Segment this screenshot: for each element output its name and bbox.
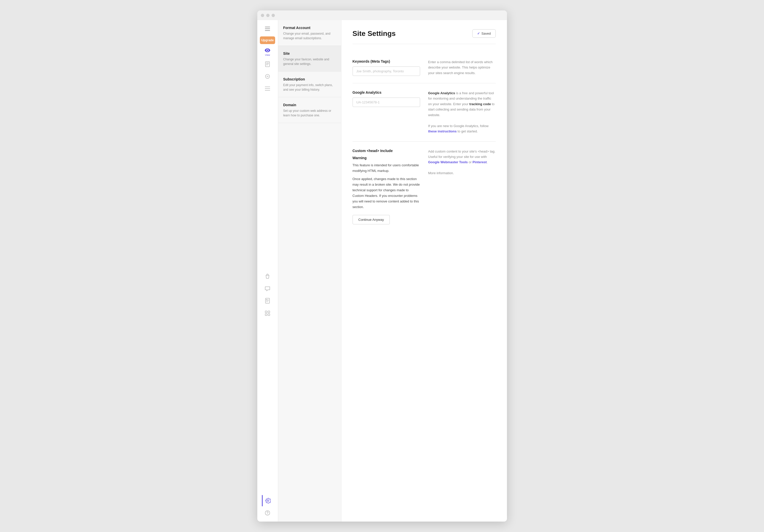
titlebar (257, 10, 507, 20)
sidebar-item-settings[interactable] (262, 495, 273, 506)
sidebar-item-store[interactable] (261, 71, 274, 82)
svg-point-21 (267, 514, 268, 515)
hamburger-icon[interactable] (262, 23, 273, 34)
keywords-help: Enter a comma delimited list of words wh… (428, 59, 496, 76)
keywords-section: Keywords (Meta Tags) Enter a comma delim… (353, 52, 496, 83)
pinterest-link[interactable]: Pinterest (473, 160, 487, 164)
sidebar-item-view[interactable]: View (261, 46, 274, 57)
sidebar-section-format-account-title: Format Account (283, 26, 336, 30)
saved-button[interactable]: ✓ Saved (472, 29, 496, 38)
sidebar-section-domain-desc: Set up your custom web address or learn … (283, 108, 336, 118)
sidebar-section-site-desc: Change your favicon, website and general… (283, 57, 336, 66)
sidebar-section-subscription-title: Subscription (283, 77, 336, 81)
pages-icon (265, 61, 270, 67)
svg-rect-17 (268, 311, 270, 313)
keywords-input[interactable] (353, 67, 420, 76)
sidebar-narrow: Upgrade View (257, 20, 278, 522)
google-webmaster-tools-link[interactable]: Google Webmaster Tools (428, 160, 468, 164)
google-analytics-input[interactable] (353, 97, 420, 107)
sidebar-item-chat[interactable] (261, 283, 274, 294)
main-content: Site Settings ✓ Saved Keywords (Meta Tag… (341, 20, 507, 522)
forms-icon (265, 298, 270, 304)
svg-rect-18 (265, 314, 267, 315)
sidebar-item-shop[interactable] (261, 271, 274, 282)
svg-rect-2 (265, 30, 270, 31)
sidebar-section-subscription-desc: Edit your payment info, switch plans, an… (283, 83, 336, 92)
svg-rect-1 (265, 29, 270, 29)
warning-title: Warning (353, 156, 420, 160)
app-body: Upgrade View (257, 20, 507, 522)
sidebar-item-pages[interactable] (261, 58, 274, 70)
svg-rect-16 (265, 311, 267, 313)
traffic-light-close[interactable] (261, 14, 264, 17)
sidebar-item-view-label: View (265, 54, 270, 56)
warning-body2: Once applied, changes made to this secti… (353, 176, 420, 210)
google-analytics-section: Google Analytics Google Analytics is a f… (353, 83, 496, 142)
sidebar-section-site-title: Site (283, 52, 336, 56)
svg-rect-3 (266, 62, 270, 67)
google-analytics-bold: Google Analytics (428, 91, 455, 95)
custom-head-help: Add custom content to your site's <head>… (428, 149, 496, 225)
google-analytics-label: Google Analytics (353, 90, 420, 94)
traffic-light-minimize[interactable] (266, 14, 270, 17)
google-analytics-help: Google Analytics is a free and powerful … (428, 90, 496, 134)
sidebar-item-grid[interactable] (261, 307, 274, 319)
sidebar-section-domain-title: Domain (283, 103, 336, 107)
sidebar-section-domain[interactable]: Domain Set up your custom web address or… (278, 97, 341, 123)
sidebar-section-subscription[interactable]: Subscription Edit your payment info, swi… (278, 72, 341, 97)
more-information-link[interactable]: More information. (428, 171, 454, 175)
lists-icon (265, 86, 270, 91)
sidebar-item-help[interactable] (262, 507, 273, 518)
page-title: Site Settings (353, 30, 396, 38)
keywords-label: Keywords (Meta Tags) (353, 59, 420, 64)
upgrade-button[interactable]: Upgrade (260, 36, 275, 44)
chat-icon (265, 285, 270, 291)
main-header: Site Settings ✓ Saved (353, 29, 496, 44)
app-window: Upgrade View (257, 10, 507, 522)
svg-rect-0 (265, 27, 270, 27)
sidebar-section-format-account-desc: Change your email, password, and manage … (283, 31, 336, 41)
bag-icon (265, 273, 270, 279)
store-icon (265, 73, 270, 79)
grid-icon (265, 310, 270, 316)
custom-head-section: Custom <head> Include Warning This featu… (353, 142, 496, 225)
tracking-code-bold: tracking code (469, 102, 491, 106)
svg-point-7 (266, 75, 270, 79)
sidebar-section-format-account[interactable]: Format Account Change your email, passwo… (278, 20, 341, 46)
warning-box: Warning This feature is intended for use… (353, 156, 420, 225)
sidebar-wide: Format Account Change your email, passwo… (278, 20, 341, 522)
saved-label: Saved (481, 32, 491, 35)
eye-icon (265, 47, 270, 53)
keywords-left: Keywords (Meta Tags) (353, 59, 420, 76)
sidebar-item-lists[interactable] (261, 83, 274, 94)
these-instructions-link[interactable]: these instructions (428, 129, 457, 133)
custom-head-label: Custom <head> Include (353, 149, 420, 153)
traffic-light-maximize[interactable] (272, 14, 275, 17)
continue-anyway-button[interactable]: Continue Anyway (353, 215, 390, 224)
custom-head-left: Custom <head> Include Warning This featu… (353, 149, 420, 225)
warning-body1: This feature is intended for users comfo… (353, 162, 420, 174)
svg-rect-19 (268, 314, 270, 315)
sidebar-item-forms[interactable] (261, 295, 274, 306)
check-icon: ✓ (477, 32, 480, 35)
sidebar-section-site[interactable]: Site Change your favicon, website and ge… (278, 46, 341, 72)
google-analytics-left: Google Analytics (353, 90, 420, 134)
